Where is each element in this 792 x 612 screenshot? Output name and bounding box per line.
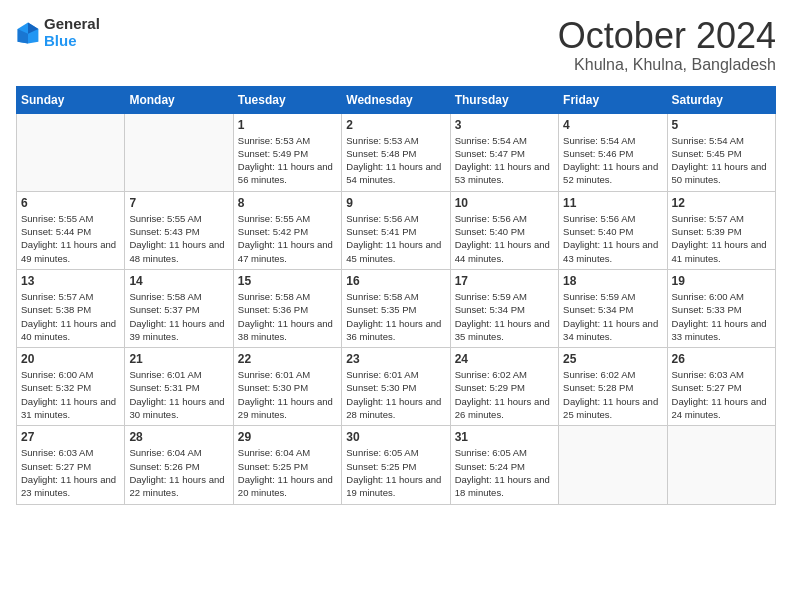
day-info: Sunrise: 6:01 AMSunset: 5:30 PMDaylight:… [238,368,337,421]
day-number: 28 [129,430,228,444]
calendar-cell: 19Sunrise: 6:00 AMSunset: 5:33 PMDayligh… [667,269,775,347]
day-number: 9 [346,196,445,210]
day-info: Sunrise: 5:55 AMSunset: 5:42 PMDaylight:… [238,212,337,265]
day-info: Sunrise: 5:56 AMSunset: 5:40 PMDaylight:… [455,212,554,265]
day-number: 30 [346,430,445,444]
calendar-cell [17,113,125,191]
calendar-week: 13Sunrise: 5:57 AMSunset: 5:38 PMDayligh… [17,269,776,347]
day-number: 21 [129,352,228,366]
day-info: Sunrise: 6:00 AMSunset: 5:32 PMDaylight:… [21,368,120,421]
calendar-cell: 30Sunrise: 6:05 AMSunset: 5:25 PMDayligh… [342,426,450,504]
day-number: 13 [21,274,120,288]
day-number: 27 [21,430,120,444]
day-number: 19 [672,274,771,288]
header-day: Sunday [17,86,125,113]
calendar-cell: 8Sunrise: 5:55 AMSunset: 5:42 PMDaylight… [233,191,341,269]
header: General Blue October 2024 Khulna, Khulna… [16,16,776,74]
header-day: Thursday [450,86,558,113]
logo-icon [16,21,40,45]
calendar-cell [125,113,233,191]
calendar-cell: 21Sunrise: 6:01 AMSunset: 5:31 PMDayligh… [125,348,233,426]
day-number: 8 [238,196,337,210]
day-number: 22 [238,352,337,366]
day-number: 29 [238,430,337,444]
calendar-cell: 6Sunrise: 5:55 AMSunset: 5:44 PMDaylight… [17,191,125,269]
day-number: 25 [563,352,662,366]
day-number: 4 [563,118,662,132]
day-info: Sunrise: 5:58 AMSunset: 5:37 PMDaylight:… [129,290,228,343]
day-number: 7 [129,196,228,210]
calendar: SundayMondayTuesdayWednesdayThursdayFrid… [16,86,776,505]
day-number: 14 [129,274,228,288]
month-title: October 2024 [558,16,776,56]
calendar-cell: 1Sunrise: 5:53 AMSunset: 5:49 PMDaylight… [233,113,341,191]
day-number: 2 [346,118,445,132]
day-info: Sunrise: 6:04 AMSunset: 5:26 PMDaylight:… [129,446,228,499]
calendar-cell: 10Sunrise: 5:56 AMSunset: 5:40 PMDayligh… [450,191,558,269]
header-day: Saturday [667,86,775,113]
location-title: Khulna, Khulna, Bangladesh [558,56,776,74]
header-day: Tuesday [233,86,341,113]
day-info: Sunrise: 6:03 AMSunset: 5:27 PMDaylight:… [21,446,120,499]
calendar-cell: 27Sunrise: 6:03 AMSunset: 5:27 PMDayligh… [17,426,125,504]
calendar-cell [559,426,667,504]
header-day: Wednesday [342,86,450,113]
day-number: 20 [21,352,120,366]
calendar-cell: 16Sunrise: 5:58 AMSunset: 5:35 PMDayligh… [342,269,450,347]
day-number: 24 [455,352,554,366]
day-info: Sunrise: 5:53 AMSunset: 5:48 PMDaylight:… [346,134,445,187]
day-info: Sunrise: 5:59 AMSunset: 5:34 PMDaylight:… [455,290,554,343]
calendar-cell: 15Sunrise: 5:58 AMSunset: 5:36 PMDayligh… [233,269,341,347]
day-info: Sunrise: 5:59 AMSunset: 5:34 PMDaylight:… [563,290,662,343]
calendar-cell: 31Sunrise: 6:05 AMSunset: 5:24 PMDayligh… [450,426,558,504]
day-number: 6 [21,196,120,210]
calendar-week: 1Sunrise: 5:53 AMSunset: 5:49 PMDaylight… [17,113,776,191]
calendar-cell: 3Sunrise: 5:54 AMSunset: 5:47 PMDaylight… [450,113,558,191]
calendar-cell: 26Sunrise: 6:03 AMSunset: 5:27 PMDayligh… [667,348,775,426]
header-day: Friday [559,86,667,113]
day-number: 5 [672,118,771,132]
title-area: October 2024 Khulna, Khulna, Bangladesh [558,16,776,74]
day-info: Sunrise: 5:56 AMSunset: 5:40 PMDaylight:… [563,212,662,265]
calendar-cell: 24Sunrise: 6:02 AMSunset: 5:29 PMDayligh… [450,348,558,426]
day-info: Sunrise: 6:02 AMSunset: 5:29 PMDaylight:… [455,368,554,421]
day-info: Sunrise: 5:54 AMSunset: 5:46 PMDaylight:… [563,134,662,187]
calendar-cell: 13Sunrise: 5:57 AMSunset: 5:38 PMDayligh… [17,269,125,347]
day-number: 15 [238,274,337,288]
day-info: Sunrise: 6:01 AMSunset: 5:30 PMDaylight:… [346,368,445,421]
calendar-cell: 17Sunrise: 5:59 AMSunset: 5:34 PMDayligh… [450,269,558,347]
day-number: 3 [455,118,554,132]
calendar-cell: 4Sunrise: 5:54 AMSunset: 5:46 PMDaylight… [559,113,667,191]
day-info: Sunrise: 6:03 AMSunset: 5:27 PMDaylight:… [672,368,771,421]
day-number: 16 [346,274,445,288]
logo: General Blue [16,16,100,49]
day-info: Sunrise: 5:56 AMSunset: 5:41 PMDaylight:… [346,212,445,265]
day-info: Sunrise: 5:58 AMSunset: 5:35 PMDaylight:… [346,290,445,343]
calendar-cell [667,426,775,504]
day-number: 31 [455,430,554,444]
calendar-week: 27Sunrise: 6:03 AMSunset: 5:27 PMDayligh… [17,426,776,504]
logo-text: General Blue [44,16,100,49]
header-row: SundayMondayTuesdayWednesdayThursdayFrid… [17,86,776,113]
day-number: 10 [455,196,554,210]
calendar-cell: 11Sunrise: 5:56 AMSunset: 5:40 PMDayligh… [559,191,667,269]
day-info: Sunrise: 5:58 AMSunset: 5:36 PMDaylight:… [238,290,337,343]
day-info: Sunrise: 6:05 AMSunset: 5:25 PMDaylight:… [346,446,445,499]
day-number: 26 [672,352,771,366]
day-info: Sunrise: 5:57 AMSunset: 5:39 PMDaylight:… [672,212,771,265]
calendar-cell: 18Sunrise: 5:59 AMSunset: 5:34 PMDayligh… [559,269,667,347]
day-number: 12 [672,196,771,210]
calendar-cell: 14Sunrise: 5:58 AMSunset: 5:37 PMDayligh… [125,269,233,347]
day-number: 23 [346,352,445,366]
calendar-cell: 20Sunrise: 6:00 AMSunset: 5:32 PMDayligh… [17,348,125,426]
day-number: 17 [455,274,554,288]
day-info: Sunrise: 6:05 AMSunset: 5:24 PMDaylight:… [455,446,554,499]
day-info: Sunrise: 5:54 AMSunset: 5:47 PMDaylight:… [455,134,554,187]
calendar-body: 1Sunrise: 5:53 AMSunset: 5:49 PMDaylight… [17,113,776,504]
calendar-cell: 29Sunrise: 6:04 AMSunset: 5:25 PMDayligh… [233,426,341,504]
calendar-header: SundayMondayTuesdayWednesdayThursdayFrid… [17,86,776,113]
day-info: Sunrise: 6:01 AMSunset: 5:31 PMDaylight:… [129,368,228,421]
day-number: 11 [563,196,662,210]
calendar-week: 6Sunrise: 5:55 AMSunset: 5:44 PMDaylight… [17,191,776,269]
day-info: Sunrise: 5:54 AMSunset: 5:45 PMDaylight:… [672,134,771,187]
